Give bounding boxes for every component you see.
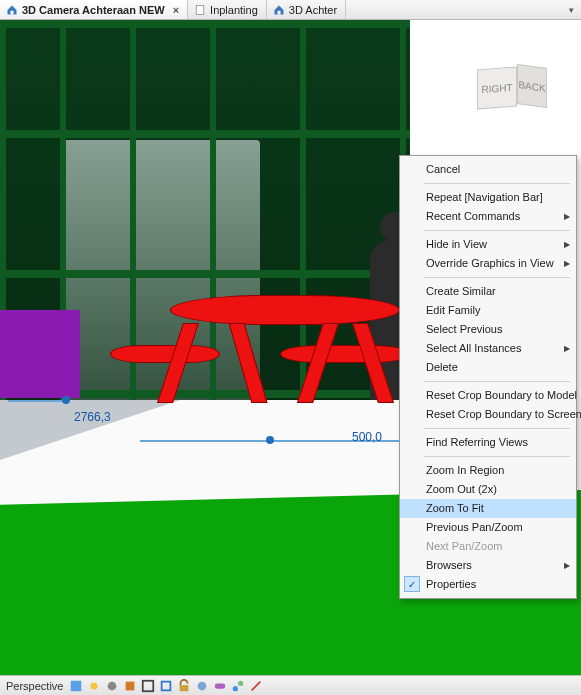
worksharing-display-icon[interactable] [231,679,245,693]
menu-item-label: Repeat [Navigation Bar] [426,191,543,203]
svg-point-8 [198,681,207,690]
svg-point-3 [108,681,117,690]
sheet-icon [194,4,206,16]
view-tab-bar: 3D Camera Achteraan NEW × Inplanting 3D … [0,0,581,20]
context-menu: Cancel Repeat [Navigation Bar] Recent Co… [399,155,577,599]
view-tab-label: 3D Camera Achteraan NEW [22,4,165,16]
menu-item-label: Properties [426,578,476,590]
menu-item-label: Find Referring Views [426,436,528,448]
view-tab[interactable]: 3D Achter [267,0,346,19]
menu-item-label: Edit Family [426,304,480,316]
view-tab-label: Inplanting [210,4,258,16]
rendering-icon[interactable] [123,679,137,693]
viewcube-face-label: RIGHT [481,81,512,94]
view-tab-active[interactable]: 3D Camera Achteraan NEW × [0,0,188,19]
unlocked-3d-icon[interactable] [177,679,191,693]
menu-item-label: Create Similar [426,285,496,297]
svg-rect-4 [126,681,135,690]
shadows-icon[interactable] [105,679,119,693]
menu-item-override-graphics[interactable]: Override Graphics in View [400,254,576,273]
menu-item-label: Cancel [426,163,460,175]
dimension-label[interactable]: 500,0 [350,430,384,444]
tab-overflow-button[interactable]: ▾ [563,0,579,19]
menu-item-zoom-out[interactable]: Zoom Out (2x) [400,480,576,499]
dimension-label[interactable]: 2766,3 [72,410,113,424]
crop-view-icon[interactable] [141,679,155,693]
svg-point-11 [238,680,243,685]
menu-item-select-previous[interactable]: Select Previous [400,320,576,339]
3d-viewport[interactable]: RIGHT BACK 2766,3 500,0 Cancel Repeat [N… [0,20,581,675]
selected-picnic-table[interactable] [110,285,400,435]
menu-item-label: Browsers [426,559,472,571]
svg-rect-7 [180,685,189,691]
svg-rect-5 [143,680,154,691]
menu-item-edit-family[interactable]: Edit Family [400,301,576,320]
menu-item-reset-crop-model[interactable]: Reset Crop Boundary to Model [400,386,576,405]
menu-item-label: Zoom Out (2x) [426,483,497,495]
crop-boundary-line[interactable] [8,400,68,402]
viewcube[interactable]: RIGHT BACK [471,60,551,120]
crop-drag-handle[interactable] [266,436,274,444]
menu-item-find-referring-views[interactable]: Find Referring Views [400,433,576,452]
svg-rect-0 [196,5,204,14]
menu-item-label: Reset Crop Boundary to Screen [426,408,581,420]
menu-item-delete[interactable]: Delete [400,358,576,377]
crop-region-visible-icon[interactable] [159,679,173,693]
view-tab[interactable]: Inplanting [188,0,267,19]
reveal-constraints-icon[interactable] [249,679,263,693]
menu-item-label: Next Pan/Zoom [426,540,502,552]
tab-close-icon[interactable]: × [173,4,179,16]
viewcube-face-label: BACK [518,79,545,94]
menu-item-hide-in-view[interactable]: Hide in View [400,235,576,254]
menu-item-label: Reset Crop Boundary to Model [426,389,577,401]
view-control-bar: Perspective [0,675,581,695]
menu-item-cancel[interactable]: Cancel [400,160,576,179]
svg-point-10 [233,686,238,691]
menu-item-label: Select All Instances [426,342,521,354]
menu-item-label: Hide in View [426,238,487,250]
graphic-display-icon[interactable] [69,679,83,693]
menu-item-browsers[interactable]: Browsers [400,556,576,575]
temporary-hide-icon[interactable] [195,679,209,693]
crop-drag-handle[interactable] [62,396,70,404]
menu-item-repeat[interactable]: Repeat [Navigation Bar] [400,188,576,207]
menu-item-properties[interactable]: ✓ Properties [400,575,576,594]
svg-rect-1 [71,680,82,691]
sun-path-icon[interactable] [87,679,101,693]
menu-item-label: Override Graphics in View [426,257,554,269]
viewcube-face-right[interactable]: BACK [517,64,547,108]
menu-item-label: Recent Commands [426,210,520,222]
menu-item-create-similar[interactable]: Create Similar [400,282,576,301]
menu-item-previous-pan-zoom[interactable]: Previous Pan/Zoom [400,518,576,537]
menu-item-next-pan-zoom: Next Pan/Zoom [400,537,576,556]
view-mode-label: Perspective [6,680,63,692]
menu-item-label: Previous Pan/Zoom [426,521,523,533]
menu-item-zoom-to-fit[interactable]: Zoom To Fit [400,499,576,518]
view-tab-label: 3D Achter [289,4,337,16]
svg-rect-9 [215,683,226,688]
check-icon: ✓ [404,576,420,592]
menu-item-zoom-in-region[interactable]: Zoom In Region [400,461,576,480]
menu-item-recent-commands[interactable]: Recent Commands [400,207,576,226]
reveal-hidden-icon[interactable] [213,679,227,693]
menu-item-label: Zoom In Region [426,464,504,476]
svg-point-2 [91,682,98,689]
menu-item-label: Delete [426,361,458,373]
svg-rect-6 [162,681,171,690]
home-3d-icon [6,4,18,16]
menu-item-label: Zoom To Fit [426,502,484,514]
menu-item-reset-crop-screen[interactable]: Reset Crop Boundary to Screen [400,405,576,424]
home-3d-icon [273,4,285,16]
viewcube-face-front[interactable]: RIGHT [477,67,517,110]
menu-item-select-all-instances[interactable]: Select All Instances [400,339,576,358]
menu-item-label: Select Previous [426,323,502,335]
